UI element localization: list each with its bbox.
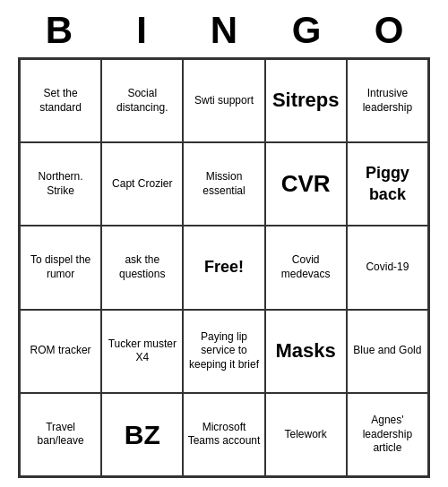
- bingo-cell-20: Travel ban/leave: [20, 393, 101, 476]
- title-g: G: [271, 9, 342, 52]
- bingo-cell-4: Intrusive leadership: [347, 59, 428, 142]
- bingo-cell-14: Covid-19: [347, 226, 428, 309]
- bingo-cell-1: Social distancing.: [101, 59, 183, 142]
- bingo-cell-23: Telework: [265, 393, 347, 476]
- bingo-cell-3: Sitreps: [265, 59, 347, 142]
- bingo-cell-12: Free!: [183, 226, 264, 309]
- bingo-cell-8: CVR: [265, 142, 347, 226]
- bingo-cell-17: Paying lip service to keeping it brief: [183, 310, 264, 393]
- bingo-cell-7: Mission essential: [183, 142, 264, 226]
- bingo-cell-19: Blue and Gold: [347, 310, 428, 393]
- title-i: I: [106, 9, 177, 52]
- bingo-cell-24: Agnes' leadership article: [347, 393, 428, 476]
- bingo-cell-5: Northern. Strike: [20, 142, 101, 226]
- bingo-grid: Set the standardSocial distancing.Swti s…: [18, 57, 430, 478]
- bingo-cell-15: ROM tracker: [20, 310, 101, 393]
- bingo-cell-22: Microsoft Teams account: [183, 393, 264, 476]
- bingo-cell-9: Piggy back: [347, 142, 428, 226]
- bingo-cell-0: Set the standard: [20, 59, 101, 142]
- bingo-cell-6: Capt Crozier: [101, 142, 183, 226]
- bingo-cell-16: Tucker muster X4: [101, 310, 183, 393]
- bingo-cell-10: To dispel the rumor: [20, 226, 101, 309]
- title-n: N: [188, 9, 260, 52]
- bingo-title: B I N G O: [18, 9, 430, 52]
- bingo-cell-18: Masks: [265, 310, 347, 393]
- bingo-cell-13: Covid medevacs: [265, 226, 347, 309]
- bingo-cell-11: ask the questions: [101, 226, 183, 309]
- title-b: B: [23, 9, 95, 52]
- title-o: O: [353, 9, 425, 52]
- bingo-cell-21: BZ: [101, 393, 183, 476]
- bingo-cell-2: Swti support: [183, 59, 264, 142]
